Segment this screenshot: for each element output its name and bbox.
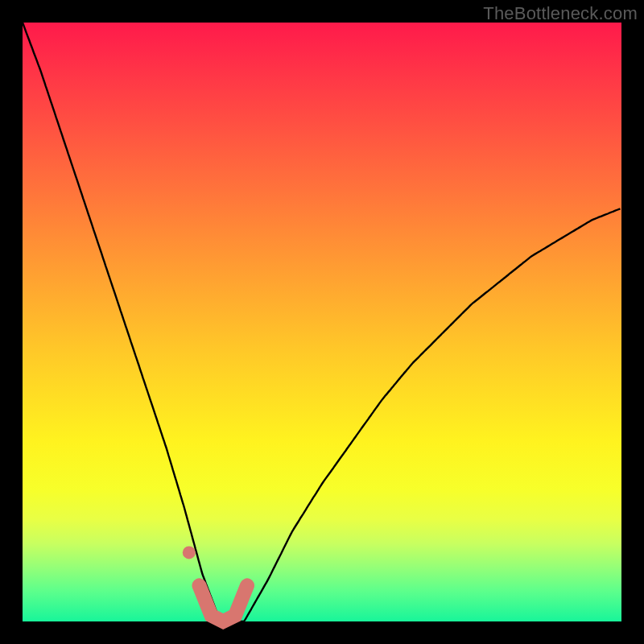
optimal-range-marker xyxy=(200,585,248,621)
optimal-point-marker xyxy=(183,546,196,559)
watermark-text: TheBottleneck.com xyxy=(483,3,638,24)
plot-area xyxy=(23,23,621,621)
bottleneck-curve-svg xyxy=(23,23,621,621)
chart-frame: TheBottleneck.com xyxy=(0,0,644,644)
bottleneck-curve xyxy=(23,23,621,621)
